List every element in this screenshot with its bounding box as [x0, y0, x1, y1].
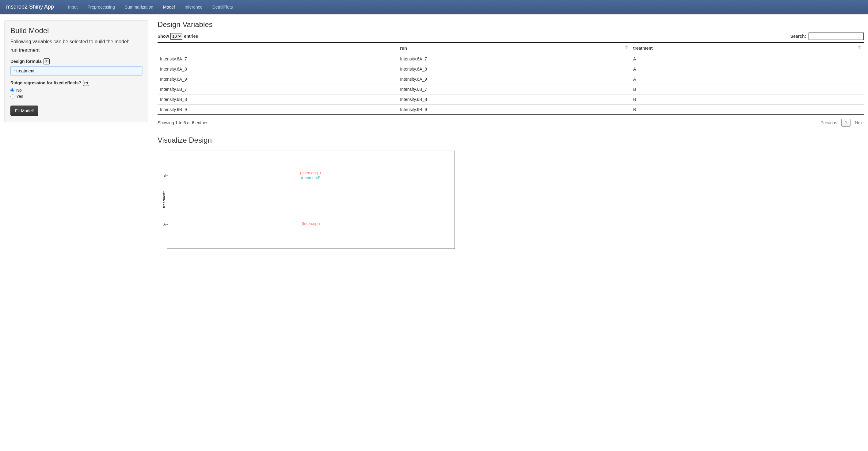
- formula-label-text: Design formula: [10, 59, 42, 64]
- help-icon[interactable]: [?]: [83, 80, 89, 86]
- y-axis: B A: [158, 151, 166, 249]
- pagination: Previous 1 Next: [820, 119, 864, 127]
- datatable-header: Show 10 entries Search:: [158, 32, 864, 40]
- search-label: Search:: [790, 34, 806, 39]
- table-row[interactable]: Intensity.6A_8Intensity.6A_8A: [158, 64, 864, 74]
- ridge-no-row[interactable]: No: [10, 88, 142, 93]
- cell-run: Intensity.6B_9: [398, 105, 630, 115]
- cell-run: Intensity.6B_8: [398, 94, 630, 105]
- design-chart: B A (Intercept) + treatmentB (Intercept): [167, 151, 455, 249]
- design-vars-table: run treatment Intensity.6A_7Intensity.6A…: [158, 43, 864, 115]
- help-icon[interactable]: [?]: [43, 58, 50, 64]
- formula-input[interactable]: [10, 66, 142, 76]
- navbar-brand: msqrob2 Shiny App: [6, 4, 54, 10]
- cell-run: Intensity.6B_7: [398, 84, 630, 94]
- table-row[interactable]: Intensity.6A_7Intensity.6A_7A: [158, 54, 864, 64]
- cell-id: Intensity.6A_9: [158, 74, 398, 84]
- nav-preprocessing[interactable]: Preprocessing: [83, 0, 120, 14]
- show-entries-select[interactable]: 10: [170, 33, 182, 39]
- navbar: msqrob2 Shiny App Input Preprocessing Su…: [0, 0, 868, 14]
- table-row[interactable]: Intensity.6B_8Intensity.6B_8B: [158, 94, 864, 105]
- prev-page[interactable]: Previous: [820, 120, 837, 125]
- cell-run: Intensity.6A_9: [398, 74, 630, 84]
- viz-title: Visualize Design: [158, 136, 864, 144]
- fit-model-button[interactable]: Fit Model!: [10, 106, 38, 116]
- cell-id: Intensity.6B_8: [158, 94, 398, 105]
- show-label-pre: Show: [158, 34, 169, 39]
- col-header-treatment[interactable]: treatment: [631, 43, 864, 54]
- ridge-label-text: Ridge regression for fixed effects?: [10, 80, 81, 85]
- y-tick-a: A: [163, 222, 166, 226]
- panel-desc-2: run treatment: [10, 47, 142, 54]
- col-header-id[interactable]: [158, 43, 398, 54]
- nav-input[interactable]: Input: [63, 0, 83, 14]
- col-header-run[interactable]: run: [398, 43, 630, 54]
- cell-id: Intensity.6B_9: [158, 105, 398, 115]
- ridge-no-radio[interactable]: [10, 88, 14, 92]
- nav-summarization[interactable]: Summarization: [120, 0, 158, 14]
- cell-run: Intensity.6A_8: [398, 64, 630, 74]
- cell-label-b: (Intercept) + treatmentB: [300, 171, 321, 181]
- formula-label: Design formula [?]: [10, 58, 142, 64]
- panel-desc-1: Following variables can be selected to b…: [10, 38, 142, 46]
- table-body: Intensity.6A_7Intensity.6A_7A Intensity.…: [158, 54, 864, 115]
- sidebar: Build Model Following variables can be s…: [4, 20, 148, 249]
- cell-run: Intensity.6A_7: [398, 54, 630, 64]
- ridge-label: Ridge regression for fixed effects? [?]: [10, 80, 142, 86]
- search-wrap: Search:: [790, 32, 864, 40]
- main-content: Design Variables Show 10 entries Search:…: [158, 20, 864, 249]
- ridge-radio-group: No Yes: [10, 88, 142, 99]
- nav-detailplots[interactable]: DetailPlots: [208, 0, 238, 14]
- design-vars-title: Design Variables: [158, 20, 864, 29]
- visualize-section: Visualize Design treatment B A (Intercep…: [158, 136, 864, 249]
- table-row[interactable]: Intensity.6A_9Intensity.6A_9A: [158, 74, 864, 84]
- cell-id: Intensity.6B_7: [158, 84, 398, 94]
- table-row[interactable]: Intensity.6B_7Intensity.6B_7B: [158, 84, 864, 94]
- search-input[interactable]: [809, 32, 864, 40]
- panel-title: Build Model: [10, 26, 142, 35]
- datatable-footer: Showing 1 to 6 of 6 entries Previous 1 N…: [158, 119, 864, 127]
- y-tick-b: B: [163, 173, 166, 178]
- show-label-post: entries: [184, 34, 198, 39]
- nav-inference[interactable]: Inference: [180, 0, 207, 14]
- cell-treatment: B: [631, 105, 864, 115]
- nav-model[interactable]: Model: [158, 0, 180, 14]
- table-row[interactable]: Intensity.6B_9Intensity.6B_9B: [158, 105, 864, 115]
- cell-id: Intensity.6A_8: [158, 64, 398, 74]
- cell-treatment: A: [631, 64, 864, 74]
- next-page[interactable]: Next: [855, 120, 864, 125]
- ridge-no-label: No: [16, 88, 22, 93]
- show-entries: Show 10 entries: [158, 33, 198, 39]
- cell-treatment: B: [631, 94, 864, 105]
- chart-wrap: treatment B A (Intercept) + treatmentB (…: [167, 151, 864, 249]
- cell-label-a: (Intercept): [302, 221, 320, 226]
- intercept-plus: (Intercept) +: [300, 171, 321, 175]
- ridge-yes-row[interactable]: Yes: [10, 94, 142, 99]
- chart-divider: [167, 200, 455, 200]
- build-model-panel: Build Model Following variables can be s…: [4, 20, 148, 122]
- cell-treatment: A: [631, 54, 864, 64]
- ridge-yes-label: Yes: [16, 94, 23, 99]
- treatment-b-term: treatmentB: [301, 175, 320, 180]
- table-info: Showing 1 to 6 of 6 entries: [158, 120, 209, 125]
- cell-treatment: B: [631, 84, 864, 94]
- ridge-yes-radio[interactable]: [10, 94, 14, 98]
- page-number[interactable]: 1: [841, 119, 850, 127]
- cell-treatment: A: [631, 74, 864, 84]
- intercept-term: (Intercept): [302, 221, 320, 226]
- cell-id: Intensity.6A_7: [158, 54, 398, 64]
